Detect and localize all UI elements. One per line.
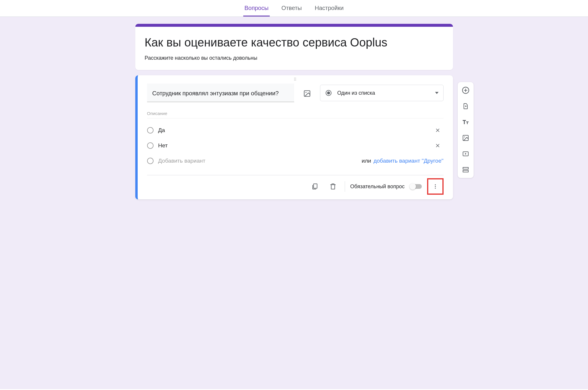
add-title-section-button[interactable]	[460, 117, 471, 127]
svg-rect-4	[314, 184, 317, 188]
copy-icon	[311, 183, 318, 190]
svg-rect-12	[463, 167, 468, 169]
required-toggle[interactable]	[410, 184, 422, 189]
svg-rect-13	[463, 170, 468, 172]
options-list: Да Нет Добавить вариант или доба	[138, 119, 453, 170]
option-row: Да	[147, 123, 444, 138]
import-questions-button[interactable]	[460, 101, 471, 111]
delete-question-button[interactable]	[327, 180, 339, 193]
radio-circle-icon	[147, 127, 154, 134]
close-icon	[435, 143, 441, 149]
divider	[345, 181, 345, 192]
add-image-to-question-button[interactable]	[300, 86, 314, 101]
svg-point-5	[435, 184, 436, 185]
add-image-button[interactable]	[460, 133, 471, 143]
tabs-bar: Вопросы Ответы Настройки	[0, 0, 588, 17]
section-icon	[462, 166, 469, 173]
form-header-card[interactable]: Как вы оцениваете качество сервиса Ooplu…	[135, 24, 453, 70]
add-option-row: Добавить вариант или добавить вариант "Д…	[147, 153, 444, 169]
radio-circle-icon	[147, 142, 154, 149]
add-option-button[interactable]: Добавить вариант	[158, 158, 359, 164]
more-vert-icon	[432, 184, 438, 189]
close-icon	[435, 127, 441, 133]
trash-icon	[329, 183, 337, 190]
highlight-annotation	[427, 178, 444, 195]
image-icon	[303, 90, 311, 97]
image-icon	[462, 134, 469, 141]
drag-handle-icon[interactable]: ⠿	[138, 75, 453, 82]
side-toolbar	[458, 82, 474, 178]
form-title[interactable]: Как вы оцениваете качество сервиса Ooplu…	[145, 35, 444, 50]
question-title-input[interactable]: Сотрудник проявлял энтузиазм при общении…	[147, 84, 294, 102]
tab-settings[interactable]: Настройки	[314, 0, 345, 16]
form-description[interactable]: Расскажите насколько вы остались довольн…	[145, 55, 444, 61]
video-icon	[462, 150, 469, 157]
or-text: или	[362, 158, 371, 164]
add-other-option-button[interactable]: добавить вариант "Другое"	[374, 158, 444, 164]
remove-option-button[interactable]	[432, 140, 444, 151]
duplicate-question-button[interactable]	[308, 180, 321, 193]
svg-point-10	[464, 136, 465, 137]
add-question-button[interactable]	[460, 85, 471, 96]
import-icon	[462, 103, 469, 110]
option-input[interactable]: Да	[158, 127, 432, 134]
more-options-button[interactable]	[429, 180, 442, 193]
radio-circle-icon	[147, 158, 154, 164]
tab-questions[interactable]: Вопросы	[243, 0, 270, 16]
question-type-label: Один из списка	[337, 90, 435, 96]
add-video-button[interactable]	[460, 149, 471, 159]
option-input[interactable]: Нет	[158, 142, 432, 149]
question-card: ⠿ Сотрудник проявлял энтузиазм при общен…	[135, 75, 453, 199]
question-description-input[interactable]: Описание	[147, 106, 444, 119]
svg-point-1	[305, 92, 306, 93]
remove-option-button[interactable]	[432, 124, 444, 136]
question-type-dropdown[interactable]: Один из списка	[320, 85, 444, 101]
form-canvas: Как вы оцениваете качество сервиса Ooplu…	[0, 17, 588, 389]
svg-point-7	[435, 188, 436, 189]
svg-point-3	[327, 91, 330, 94]
required-label: Обязательный вопрос	[350, 184, 405, 190]
svg-point-6	[435, 186, 436, 187]
plus-circle-icon	[462, 86, 469, 94]
question-footer: Обязательный вопрос	[147, 175, 444, 199]
title-icon	[462, 119, 469, 126]
chevron-down-icon	[435, 91, 439, 95]
add-section-button[interactable]	[460, 164, 471, 175]
tab-responses[interactable]: Ответы	[280, 0, 303, 16]
radio-icon	[325, 89, 332, 96]
option-row: Нет	[147, 138, 444, 153]
